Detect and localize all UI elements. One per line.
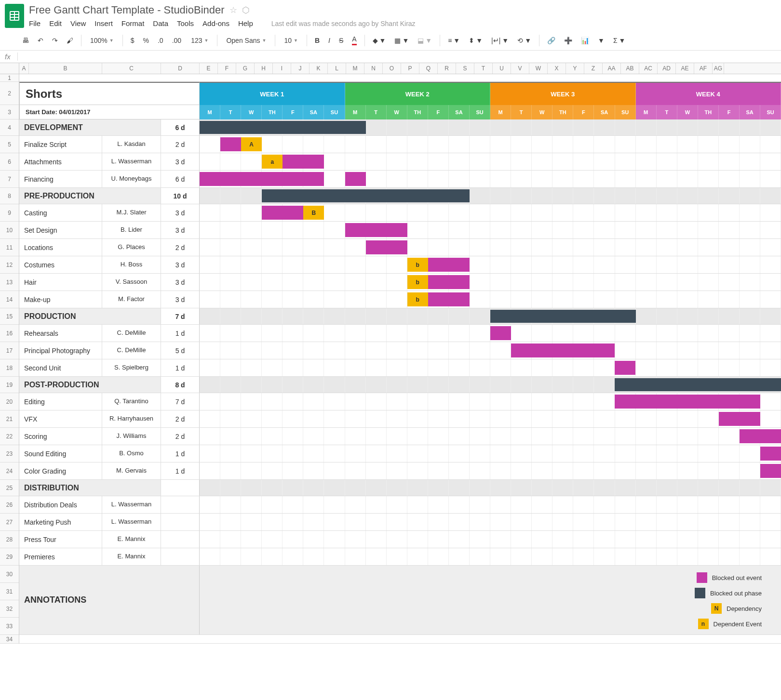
- currency-icon[interactable]: $: [128, 35, 137, 46]
- menu-add-ons[interactable]: Add-ons: [202, 19, 229, 27]
- col-header[interactable]: Z: [584, 63, 603, 74]
- row-header[interactable]: 19: [0, 377, 19, 393]
- row-header[interactable]: 25: [0, 480, 19, 496]
- rotate-icon[interactable]: ⟲▼: [514, 35, 534, 46]
- menu-tools[interactable]: Tools: [177, 19, 194, 27]
- row-header[interactable]: 27: [0, 514, 19, 531]
- row-header[interactable]: 3: [0, 105, 19, 119]
- col-header[interactable]: R: [438, 63, 456, 74]
- row-header[interactable]: 4: [0, 119, 19, 136]
- col-header[interactable]: Y: [566, 63, 584, 74]
- task-row[interactable]: RehearsalsC. DeMille1 d: [19, 325, 781, 342]
- col-header[interactable]: C: [102, 63, 161, 74]
- task-row[interactable]: AttachmentsL. Wasserman3 da: [19, 153, 781, 171]
- row-header[interactable]: 30: [0, 566, 19, 583]
- section-row[interactable]: DEVELOPMENT6 d: [19, 119, 781, 136]
- task-row[interactable]: EditingQ. Tarantino7 d: [19, 393, 781, 410]
- font-select[interactable]: Open Sans▼: [222, 35, 270, 46]
- col-header[interactable]: J: [291, 63, 310, 74]
- row-header[interactable]: 22: [0, 428, 19, 445]
- task-row[interactable]: Color GradingM. Gervais1 d: [19, 462, 781, 480]
- col-header[interactable]: T: [474, 63, 493, 74]
- task-row[interactable]: ScoringJ. Williams2 d: [19, 428, 781, 445]
- menu-view[interactable]: View: [70, 19, 86, 27]
- col-header[interactable]: E: [200, 63, 218, 74]
- col-header[interactable]: M: [346, 63, 364, 74]
- col-header[interactable]: AE: [676, 63, 694, 74]
- menu-insert[interactable]: Insert: [94, 19, 113, 27]
- col-header[interactable]: AC: [639, 63, 658, 74]
- task-row[interactable]: CostumesH. Boss3 db: [19, 256, 781, 274]
- text-color-icon[interactable]: A: [349, 33, 359, 47]
- section-row[interactable]: PRE-PRODUCTION10 d: [19, 188, 781, 204]
- menu-help[interactable]: Help: [238, 19, 253, 27]
- section-row[interactable]: PRODUCTION7 d: [19, 308, 781, 325]
- task-row[interactable]: VFXR. Harryhausen2 d: [19, 410, 781, 428]
- chart-icon[interactable]: 📊: [578, 35, 592, 46]
- row-header[interactable]: 10: [0, 222, 19, 239]
- col-header[interactable]: O: [383, 63, 401, 74]
- row-header[interactable]: 24: [0, 462, 19, 480]
- task-row[interactable]: Make-upM. Factor3 db: [19, 291, 781, 308]
- col-header[interactable]: AA: [603, 63, 621, 74]
- task-row[interactable]: Set DesignB. Lider3 d: [19, 222, 781, 239]
- row-header[interactable]: 13: [0, 274, 19, 291]
- italic-icon[interactable]: I: [325, 35, 333, 46]
- star-icon[interactable]: ☆: [229, 5, 237, 15]
- sheets-icon[interactable]: [5, 4, 24, 28]
- col-header[interactable]: AF: [694, 63, 713, 74]
- task-row[interactable]: Finalize ScriptL. Kasdan2 dA: [19, 136, 781, 153]
- row-header[interactable]: 15: [0, 308, 19, 325]
- task-row[interactable]: FinancingU. Moneybags6 d: [19, 171, 781, 188]
- col-header[interactable]: AD: [658, 63, 676, 74]
- menu-edit[interactable]: Edit: [49, 19, 62, 27]
- col-header[interactable]: I: [273, 63, 291, 74]
- col-header[interactable]: V: [511, 63, 529, 74]
- col-header[interactable]: Q: [419, 63, 438, 74]
- col-header[interactable]: G: [236, 63, 255, 74]
- bold-icon[interactable]: B: [312, 35, 323, 46]
- col-header[interactable]: AB: [621, 63, 639, 74]
- row-header[interactable]: 20: [0, 393, 19, 410]
- row-header[interactable]: 31: [0, 583, 19, 600]
- row-header[interactable]: 18: [0, 359, 19, 377]
- menu-format[interactable]: Format: [121, 19, 145, 27]
- print-icon[interactable]: 🖶: [19, 35, 32, 46]
- paint-format-icon[interactable]: 🖌: [64, 35, 76, 46]
- task-row[interactable]: Marketing PushL. Wasserman: [19, 514, 781, 531]
- col-header[interactable]: A: [19, 63, 29, 74]
- col-header[interactable]: K: [310, 63, 328, 74]
- halign-icon[interactable]: ≡▼: [445, 35, 463, 46]
- increase-decimal-icon[interactable]: .00: [169, 35, 184, 46]
- valign-icon[interactable]: ⬍▼: [466, 35, 485, 46]
- more-formats[interactable]: 123▼: [187, 35, 212, 46]
- col-header[interactable]: AG: [713, 63, 724, 74]
- section-row[interactable]: DISTRIBUTION: [19, 480, 781, 496]
- row-header[interactable]: 5: [0, 136, 19, 153]
- decrease-decimal-icon[interactable]: .0: [155, 35, 166, 46]
- zoom-select[interactable]: 100%▼: [86, 35, 118, 46]
- merge-icon[interactable]: ⬓▼: [415, 35, 435, 46]
- row-header[interactable]: 26: [0, 496, 19, 514]
- row-header[interactable]: 23: [0, 445, 19, 462]
- task-row[interactable]: LocationsG. Places2 d: [19, 239, 781, 256]
- borders-icon[interactable]: ▦▼: [391, 35, 412, 46]
- percent-icon[interactable]: %: [140, 35, 152, 46]
- menu-data[interactable]: Data: [153, 19, 168, 27]
- col-header[interactable]: H: [255, 63, 273, 74]
- col-header[interactable]: D: [161, 63, 200, 74]
- task-row[interactable]: Distribution DealsL. Wasserman: [19, 496, 781, 514]
- col-header[interactable]: W: [529, 63, 548, 74]
- col-header[interactable]: L: [328, 63, 346, 74]
- grid[interactable]: ShortsWEEK 1WEEK 2WEEK 3WEEK 4Start Date…: [19, 74, 781, 644]
- row-header[interactable]: 9: [0, 204, 19, 222]
- formula-bar[interactable]: fx: [0, 51, 781, 63]
- row-header[interactable]: 7: [0, 171, 19, 188]
- col-header[interactable]: N: [364, 63, 383, 74]
- col-header[interactable]: X: [548, 63, 566, 74]
- link-icon[interactable]: 🔗: [544, 35, 558, 46]
- task-row[interactable]: Principal PhotographyC. DeMille5 d: [19, 342, 781, 359]
- task-row[interactable]: Press TourE. Mannix: [19, 531, 781, 548]
- row-header[interactable]: 28: [0, 531, 19, 548]
- task-row[interactable]: Sound EditingB. Osmo1 d: [19, 445, 781, 462]
